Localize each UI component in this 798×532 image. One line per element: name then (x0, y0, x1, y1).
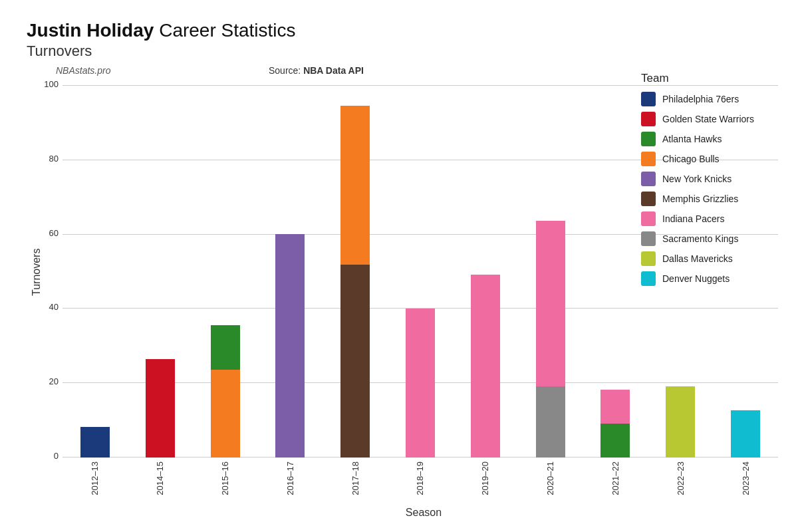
bar-segment (406, 309, 435, 458)
legend-item: Sacramento Kings (641, 231, 775, 246)
x-label-group: 2019–20 (453, 458, 518, 504)
y-tick-label: 0 (37, 451, 59, 461)
bar-stack (340, 85, 370, 458)
bar-segment (600, 390, 630, 424)
legend-item: Denver Nuggets (641, 271, 775, 286)
bar-stack (211, 85, 240, 458)
title-rest: Career Statistics (159, 20, 295, 41)
legend-label: Dallas Mavericks (662, 253, 733, 264)
legend-swatch (641, 132, 656, 146)
y-tick-label: 60 (37, 228, 59, 238)
x-axis-title: Season (63, 507, 785, 519)
x-label-group: 2015–16 (193, 458, 258, 504)
legend-label: Memphis Grizzlies (662, 194, 738, 204)
x-tick-label: 2020–21 (545, 462, 555, 495)
y-tick-label: 80 (37, 154, 59, 164)
legend-swatch (641, 251, 656, 266)
bar-segment (600, 424, 630, 458)
y-tick-label: 20 (37, 376, 59, 386)
legend-label: Indiana Pacers (662, 213, 724, 224)
bar-stack (406, 85, 435, 458)
legend-item: Golden State Warriors (641, 112, 775, 126)
bar-stack (80, 85, 110, 458)
bar-group (193, 85, 258, 458)
legend-label: Denver Nuggets (662, 273, 730, 284)
legend-item: Atlanta Hawks (641, 132, 775, 146)
chart-title: Justin Holiday Career Statistics (27, 20, 785, 41)
legend-label: Chicago Bulls (662, 154, 720, 164)
bar-stack (146, 85, 175, 458)
x-tick-label: 2023–24 (741, 462, 751, 495)
source-bold: NBA Data API (303, 65, 364, 76)
title-section: Justin Holiday Career Statistics Turnove… (27, 20, 785, 60)
x-tick-label: 2012–13 (90, 462, 100, 495)
legend-swatch (641, 231, 656, 246)
legend-swatch (641, 112, 656, 126)
chart-area: Turnovers NBAstats.pro Source: NBA Data … (27, 65, 785, 519)
bar-group (388, 85, 453, 458)
legend-items: Philadelphia 76ersGolden State WarriorsA… (641, 92, 775, 286)
bar-segment (80, 427, 110, 458)
bar-stack (275, 85, 305, 458)
legend-label: Philadelphia 76ers (662, 94, 739, 104)
x-label-group: 2018–19 (388, 458, 453, 504)
bar-group (518, 85, 583, 458)
watermark: NBAstats.pro (56, 65, 110, 76)
bar-segment (536, 221, 565, 386)
bar-segment (536, 386, 565, 458)
x-tick-label: 2017–18 (350, 462, 360, 495)
legend-item: Dallas Mavericks (641, 251, 775, 266)
bar-stack (536, 85, 565, 458)
legend-label: Atlanta Hawks (662, 134, 722, 144)
legend-item: Philadelphia 76ers (641, 92, 775, 106)
x-tick-label: 2019–20 (480, 462, 490, 495)
x-tick-label: 2015–16 (220, 462, 230, 495)
bar-group (323, 85, 388, 458)
player-name: Justin Holiday (27, 20, 154, 41)
bar-group (63, 85, 128, 458)
legend-label: Golden State Warriors (662, 114, 754, 124)
page: Justin Holiday Career Statistics Turnove… (0, 0, 798, 532)
y-tick-label: 40 (37, 302, 59, 312)
legend-swatch (641, 271, 656, 286)
legend-swatch (641, 211, 656, 226)
x-axis: 2012–132014–152015–162016–172017–182018–… (63, 458, 778, 504)
bar-stack (600, 85, 630, 458)
legend-swatch (641, 92, 656, 106)
legend-swatch (641, 172, 656, 186)
legend-item: New York Knicks (641, 172, 775, 186)
bar-segment (146, 359, 175, 458)
legend-swatch (641, 192, 656, 206)
bar-group (453, 85, 518, 458)
bar-segment (275, 234, 305, 458)
x-tick-label: 2014–15 (155, 462, 165, 495)
x-tick-label: 2018–19 (415, 462, 425, 495)
bar-segment (471, 275, 500, 458)
chart-subtitle: Turnovers (27, 43, 785, 60)
legend-label: New York Knicks (662, 174, 732, 184)
y-tick-label: 100 (37, 79, 59, 89)
x-tick-label: 2021–22 (610, 462, 620, 495)
x-label-group: 2016–17 (257, 458, 323, 504)
bar-segment (731, 410, 760, 458)
bar-group (128, 85, 193, 458)
x-tick-label: 2022–23 (676, 462, 686, 495)
chart-main: NBAstats.pro Source: NBA Data API 100806… (43, 65, 785, 519)
source-label: Source: NBA Data API (269, 65, 364, 76)
bar-segment (666, 386, 695, 458)
legend: Team Philadelphia 76ersGolden State Warr… (632, 65, 785, 298)
y-axis-label: Turnovers (27, 65, 43, 479)
x-label-group: 2012–13 (63, 458, 128, 504)
x-label-group: 2022–23 (648, 458, 713, 504)
bar-segment (211, 325, 240, 369)
legend-item: Indiana Pacers (641, 211, 775, 226)
x-label-group: 2021–22 (583, 458, 648, 504)
bar-group (257, 85, 323, 458)
legend-label: Sacramento Kings (662, 233, 738, 244)
bar-segment (211, 370, 240, 458)
x-label-group: 2014–15 (128, 458, 193, 504)
x-label-group: 2017–18 (323, 458, 388, 504)
legend-item: Chicago Bulls (641, 152, 775, 166)
bar-stack (471, 85, 500, 458)
legend-swatch (641, 152, 656, 166)
